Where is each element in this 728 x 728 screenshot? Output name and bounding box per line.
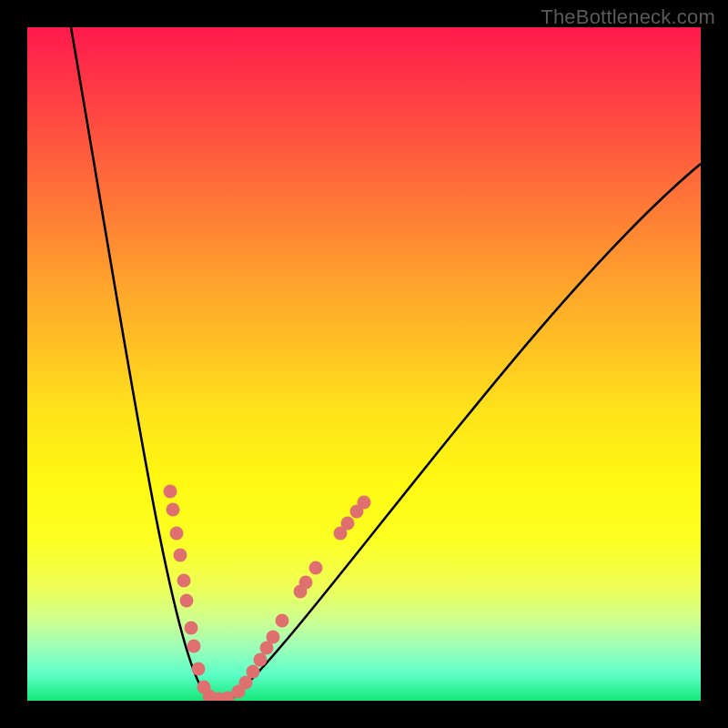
data-marker [192, 662, 206, 676]
data-marker [185, 622, 198, 635]
data-marker [254, 653, 268, 667]
data-marker [180, 594, 194, 608]
data-marker [170, 527, 184, 541]
data-marker [358, 496, 371, 510]
data-marker [299, 576, 313, 590]
data-marker [174, 549, 187, 562]
data-marker [276, 614, 289, 628]
watermark-text: TheBottleneck.com [541, 5, 715, 29]
data-marker [177, 574, 191, 588]
data-marker [267, 631, 280, 644]
plot-area [27, 27, 701, 701]
data-marker [309, 561, 323, 575]
data-marker [164, 485, 177, 499]
data-marker [247, 665, 260, 679]
data-marker [167, 503, 180, 517]
data-marker [187, 640, 201, 653]
chart-frame: TheBottleneck.com [0, 0, 728, 728]
curve-svg [27, 27, 701, 701]
data-marker [341, 517, 355, 531]
markers-group [164, 485, 371, 702]
curve-right-path [235, 164, 701, 696]
